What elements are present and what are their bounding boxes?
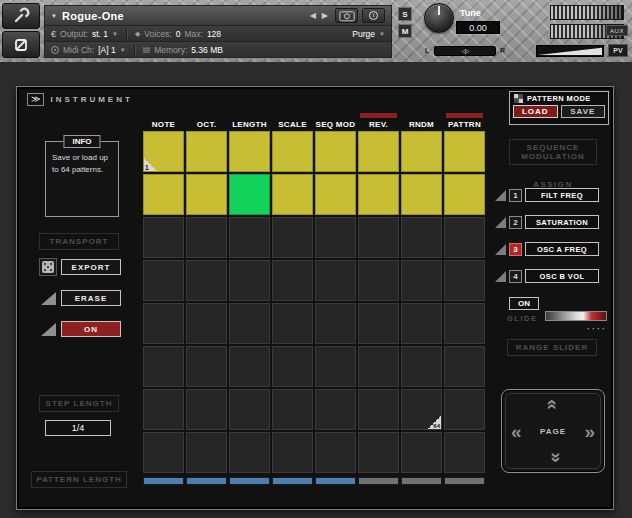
assign-slot-button[interactable]: SATURATION <box>525 215 599 229</box>
max-value[interactable]: 128 <box>207 29 221 39</box>
grid-cell[interactable] <box>229 217 270 258</box>
next-instrument-button[interactable]: ▶ <box>319 11 331 20</box>
grid-cell[interactable] <box>401 346 442 387</box>
grid-cell[interactable] <box>272 346 313 387</box>
page-up-button[interactable]: « <box>544 399 563 410</box>
solo-button[interactable]: S <box>398 7 412 21</box>
grid-cell[interactable] <box>358 303 399 344</box>
erase-button[interactable]: ERASE <box>61 290 121 306</box>
grid-cell[interactable] <box>444 217 485 258</box>
grid-cell[interactable] <box>444 131 485 172</box>
grid-cell[interactable] <box>186 131 227 172</box>
grid-cell[interactable] <box>143 303 184 344</box>
volume-slider[interactable] <box>536 45 604 57</box>
midi-dropdown-icon[interactable]: ▼ <box>120 47 126 53</box>
pattern-length-bar[interactable] <box>272 477 313 485</box>
grid-cell[interactable] <box>401 303 442 344</box>
output-value[interactable]: st. 1 <box>92 29 108 39</box>
grid-cell[interactable] <box>315 389 356 430</box>
grid-cell[interactable] <box>315 217 356 258</box>
output-dropdown-icon[interactable]: ▼ <box>112 31 118 37</box>
grid-cell[interactable] <box>186 217 227 258</box>
grid-cell[interactable] <box>444 260 485 301</box>
grid-cell[interactable] <box>315 432 356 473</box>
assign-slot-button[interactable]: OSC A FREQ <box>525 242 599 256</box>
page-down-button[interactable]: « <box>544 452 563 463</box>
grid-cell[interactable] <box>444 303 485 344</box>
expand-dots-button[interactable]: ···· <box>577 324 607 334</box>
grid-cell[interactable] <box>401 432 442 473</box>
purge-button[interactable]: Purge <box>352 29 375 39</box>
grid-cell[interactable] <box>143 389 184 430</box>
grid-cell[interactable] <box>358 389 399 430</box>
pattern-length-bar[interactable] <box>229 477 270 485</box>
pan-slider[interactable]: ◁▷ <box>434 46 496 56</box>
grid-cell[interactable] <box>358 432 399 473</box>
pv-button[interactable]: PV <box>608 44 628 57</box>
grid-cell[interactable] <box>272 432 313 473</box>
grid-cell[interactable] <box>401 131 442 172</box>
tune-knob[interactable] <box>424 3 454 33</box>
grid-cell[interactable] <box>272 303 313 344</box>
info-button[interactable]: i <box>362 8 385 23</box>
prev-instrument-button[interactable]: ◀ <box>307 11 319 20</box>
grid-cell[interactable] <box>401 260 442 301</box>
grid-cell[interactable] <box>186 174 227 215</box>
grid-cell[interactable] <box>358 131 399 172</box>
wrench-button[interactable] <box>2 3 40 29</box>
grid-cell[interactable] <box>358 217 399 258</box>
grid-cell[interactable] <box>358 260 399 301</box>
pan-handle-icon[interactable]: ◁▷ <box>461 48 468 54</box>
mute-button[interactable]: M <box>398 24 412 38</box>
grid-cell[interactable] <box>315 174 356 215</box>
snapshot-camera-button[interactable] <box>335 8 358 23</box>
grid-cell[interactable] <box>315 131 356 172</box>
grid-cell[interactable] <box>186 303 227 344</box>
pattern-length-bar[interactable] <box>444 477 485 485</box>
aux-button[interactable]: AUX <box>606 25 628 36</box>
load-button[interactable]: LOAD <box>513 105 558 118</box>
midi-value[interactable]: [A] 1 <box>98 45 115 55</box>
grid-cell[interactable] <box>143 174 184 215</box>
grid-cell[interactable] <box>401 174 442 215</box>
assign-number[interactable]: 4 <box>509 270 522 283</box>
save-button[interactable]: SAVE <box>561 105 606 118</box>
grid-cell[interactable] <box>358 174 399 215</box>
grid-cell[interactable] <box>444 174 485 215</box>
grid-cell[interactable] <box>401 217 442 258</box>
grid-cell[interactable] <box>229 346 270 387</box>
purge-dropdown-icon[interactable]: ▼ <box>379 31 385 37</box>
export-button[interactable]: EXPORT <box>61 259 121 275</box>
instrument-menu-icon[interactable]: ▼ <box>51 13 57 19</box>
grid-cell[interactable] <box>358 346 399 387</box>
pattern-length-bar[interactable] <box>143 477 184 485</box>
grid-cell[interactable] <box>272 389 313 430</box>
grid-cell[interactable] <box>143 217 184 258</box>
grid-cell[interactable] <box>272 131 313 172</box>
pattern-length-bar[interactable] <box>401 477 442 485</box>
grid-cell[interactable] <box>186 432 227 473</box>
grid-cell[interactable] <box>444 432 485 473</box>
grid-cell[interactable]: 1 <box>143 131 184 172</box>
grid-cell[interactable] <box>272 217 313 258</box>
grid-cell[interactable] <box>143 432 184 473</box>
grid-cell[interactable] <box>444 389 485 430</box>
grid-cell[interactable] <box>272 260 313 301</box>
grid-cell[interactable] <box>186 260 227 301</box>
grid-cell[interactable] <box>186 389 227 430</box>
assign-slot-button[interactable]: OSC B VOL <box>525 269 599 283</box>
page-left-button[interactable]: « <box>511 422 522 441</box>
sequencer-on-button[interactable]: ON <box>61 321 121 337</box>
pattern-length-bar[interactable] <box>358 477 399 485</box>
grid-cell[interactable]: 64 <box>401 389 442 430</box>
step-length-value[interactable]: 1/4 <box>45 420 111 436</box>
grid-cell[interactable] <box>229 432 270 473</box>
grid-cell[interactable] <box>315 260 356 301</box>
grid-cell[interactable] <box>315 346 356 387</box>
page-right-button[interactable]: » <box>584 422 595 441</box>
glide-slider[interactable] <box>545 311 607 321</box>
grid-cell[interactable] <box>186 346 227 387</box>
assign-number[interactable]: 1 <box>509 189 522 202</box>
grid-cell[interactable] <box>444 346 485 387</box>
grid-cell[interactable] <box>229 389 270 430</box>
